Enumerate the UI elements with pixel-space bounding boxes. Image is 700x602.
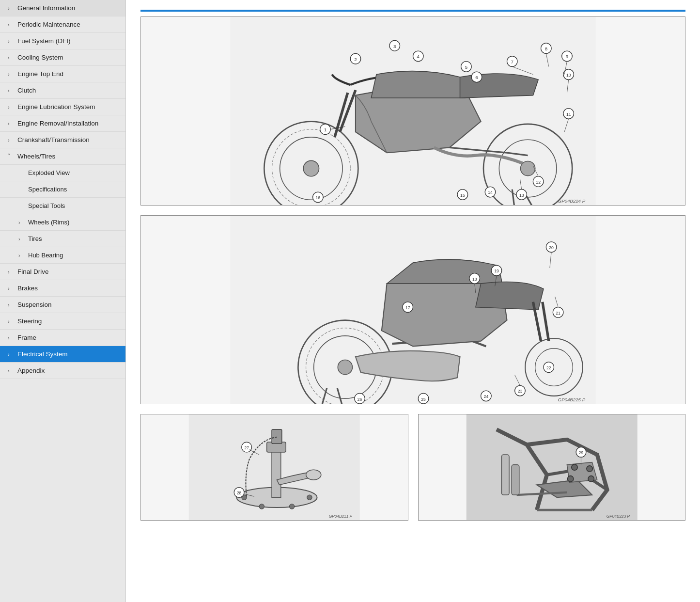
svg-text:7: 7	[511, 59, 513, 64]
diagram-container: 1 2 3 4 5 6	[140, 16, 685, 521]
sidebar: ›General Information›Periodic Maintenanc…	[0, 0, 126, 602]
svg-rect-116	[512, 465, 519, 495]
sidebar-item-appendix[interactable]: ›Appendix	[0, 363, 125, 379]
chevron-icon: ›	[8, 121, 15, 127]
sidebar-item-label: Wheels/Tires	[17, 153, 55, 160]
fuel-sender-diagram: 27 28 GP04B211 P	[141, 414, 408, 520]
sidebar-item-label: Hub Bearing	[28, 252, 63, 259]
chevron-icon: ›	[18, 220, 25, 225]
sidebar-item-fuel-system[interactable]: ›Fuel System (DFI)	[0, 33, 125, 49]
chevron-icon: ›	[8, 55, 15, 61]
svg-text:22: 22	[546, 365, 551, 370]
diagram-bottom-row: 27 28 GP04B211 P	[140, 414, 685, 521]
svg-text:3: 3	[393, 44, 396, 49]
sidebar-item-label: Cooling System	[17, 54, 63, 61]
sidebar-item-label: General Information	[17, 4, 75, 12]
svg-text:25: 25	[421, 397, 426, 402]
sidebar-item-label: Appendix	[17, 367, 45, 374]
diagram-bottom-left: 27 28 GP04B211 P	[140, 414, 408, 521]
svg-text:26: 26	[358, 397, 362, 402]
chevron-icon: ˅	[8, 153, 15, 159]
chevron-icon: ›	[8, 71, 15, 77]
chevron-icon: ›	[18, 236, 25, 242]
sidebar-item-label: Frame	[17, 334, 36, 341]
top-accent-bar	[140, 10, 685, 12]
sidebar-item-wheels-rims[interactable]: ›Wheels (Rims)	[0, 214, 125, 231]
sidebar-item-clutch[interactable]: ›Clutch	[0, 82, 125, 99]
svg-text:8: 8	[545, 46, 547, 51]
svg-point-111	[588, 476, 593, 482]
svg-text:29: 29	[578, 450, 583, 455]
svg-text:14: 14	[488, 190, 493, 195]
sidebar-item-engine-lubrication[interactable]: ›Engine Lubrication System	[0, 99, 125, 115]
chevron-icon: ›	[8, 368, 15, 374]
svg-text:4: 4	[417, 54, 420, 59]
sidebar-item-label: Wheels (Rims)	[28, 219, 69, 226]
svg-text:19: 19	[494, 269, 499, 273]
sidebar-item-label: Final Drive	[17, 268, 49, 275]
sidebar-item-label: Exploded View	[28, 169, 70, 176]
sidebar-item-steering[interactable]: ›Steering	[0, 313, 125, 330]
sidebar-item-engine-top-end[interactable]: ›Engine Top End	[0, 66, 125, 82]
svg-text:15: 15	[460, 193, 465, 198]
sidebar-item-label: Specifications	[28, 186, 67, 193]
frame-detail-diagram: 29 GP04B223 P	[419, 414, 685, 520]
svg-rect-115	[501, 455, 509, 495]
svg-point-112	[567, 476, 573, 482]
svg-text:6: 6	[475, 75, 478, 80]
chevron-icon: ›	[8, 318, 15, 324]
sidebar-item-wheels-tires[interactable]: ˅Wheels/Tires	[0, 148, 125, 165]
sidebar-item-exploded-view[interactable]: Exploded View	[0, 165, 125, 181]
svg-text:GP04B223 P: GP04B223 P	[606, 514, 630, 519]
sidebar-item-label: Engine Removal/Installation	[17, 120, 98, 127]
svg-text:28: 28	[237, 491, 242, 495]
sidebar-item-frame[interactable]: ›Frame	[0, 330, 125, 346]
svg-text:17: 17	[405, 305, 410, 310]
svg-text:5: 5	[465, 64, 467, 70]
svg-text:11: 11	[566, 112, 571, 117]
sidebar-item-general-information[interactable]: ›General Information	[0, 0, 125, 16]
chevron-icon: ›	[8, 351, 15, 357]
sidebar-item-label: Periodic Maintenance	[17, 21, 80, 28]
sidebar-item-label: Suspension	[17, 301, 52, 308]
svg-point-3	[303, 160, 319, 176]
sidebar-item-crankshaft[interactable]: ›Crankshaft/Transmission	[0, 132, 125, 148]
svg-point-96	[306, 470, 321, 480]
diagram-bottom-right: 29 GP04B223 P	[418, 414, 686, 521]
svg-text:13: 13	[519, 193, 524, 198]
svg-rect-93	[272, 450, 281, 498]
sidebar-item-specifications[interactable]: Specifications	[0, 181, 125, 198]
sidebar-item-suspension[interactable]: ›Suspension	[0, 297, 125, 313]
sidebar-item-label: Brakes	[17, 285, 38, 292]
motorcycle-diagram-middle: 17 18 19 20 21 22	[141, 216, 685, 404]
sidebar-item-final-drive[interactable]: ›Final Drive	[0, 264, 125, 280]
sidebar-item-brakes[interactable]: ›Brakes	[0, 280, 125, 297]
svg-text:16: 16	[316, 195, 321, 200]
svg-point-9	[521, 161, 535, 175]
svg-text:27: 27	[245, 445, 249, 450]
sidebar-item-label: Special Tools	[28, 202, 65, 209]
sidebar-item-special-tools[interactable]: Special Tools	[0, 198, 125, 214]
sidebar-item-label: Engine Top End	[17, 70, 63, 78]
svg-text:20: 20	[549, 245, 554, 250]
svg-text:23: 23	[518, 389, 523, 394]
svg-point-100	[289, 504, 294, 509]
sidebar-item-cooling-system[interactable]: ›Cooling System	[0, 49, 125, 66]
sidebar-item-periodic-maintenance[interactable]: ›Periodic Maintenance	[0, 16, 125, 33]
chevron-icon: ›	[8, 269, 15, 275]
sidebar-item-hub-bearing[interactable]: ›Hub Bearing	[0, 247, 125, 264]
chevron-icon: ›	[8, 335, 15, 341]
main-content: 1 2 3 4 5 6	[126, 0, 700, 602]
sidebar-item-engine-removal[interactable]: ›Engine Removal/Installation	[0, 115, 125, 132]
svg-point-57	[338, 360, 352, 374]
svg-text:24: 24	[484, 394, 489, 399]
sidebar-item-electrical-system[interactable]: ›Electrical System	[0, 346, 125, 363]
chevron-icon: ›	[8, 104, 15, 110]
sidebar-item-label: Fuel System (DFI)	[17, 37, 71, 45]
sidebar-item-tires[interactable]: ›Tires	[0, 231, 125, 247]
svg-rect-95	[272, 429, 282, 444]
svg-point-109	[571, 464, 577, 470]
sidebar-item-label: Steering	[17, 317, 42, 325]
chevron-icon: ›	[8, 5, 15, 11]
svg-text:2: 2	[354, 57, 357, 62]
